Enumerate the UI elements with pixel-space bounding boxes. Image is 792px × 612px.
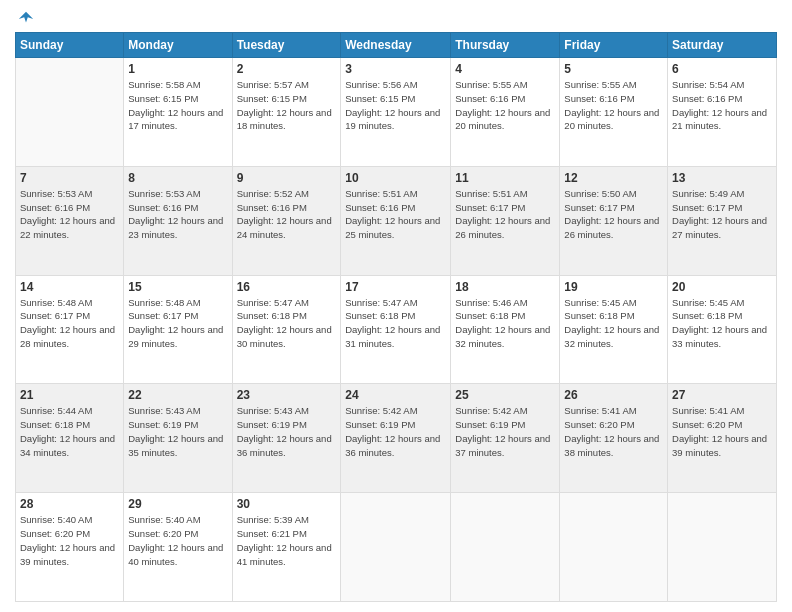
day-info: Sunrise: 5:51 AMSunset: 6:16 PMDaylight:… [345, 188, 440, 240]
day-info: Sunrise: 5:43 AMSunset: 6:19 PMDaylight:… [237, 405, 332, 457]
table-row: 30 Sunrise: 5:39 AMSunset: 6:21 PMDaylig… [232, 493, 341, 602]
col-thursday: Thursday [451, 33, 560, 58]
table-row: 2 Sunrise: 5:57 AMSunset: 6:15 PMDayligh… [232, 58, 341, 167]
day-info: Sunrise: 5:45 AMSunset: 6:18 PMDaylight:… [672, 297, 767, 349]
table-row: 15 Sunrise: 5:48 AMSunset: 6:17 PMDaylig… [124, 275, 232, 384]
day-info: Sunrise: 5:41 AMSunset: 6:20 PMDaylight:… [672, 405, 767, 457]
header [15, 10, 777, 24]
day-info: Sunrise: 5:43 AMSunset: 6:19 PMDaylight:… [128, 405, 223, 457]
col-wednesday: Wednesday [341, 33, 451, 58]
day-number: 7 [20, 171, 119, 185]
calendar-week-row: 14 Sunrise: 5:48 AMSunset: 6:17 PMDaylig… [16, 275, 777, 384]
day-info: Sunrise: 5:50 AMSunset: 6:17 PMDaylight:… [564, 188, 659, 240]
day-number: 12 [564, 171, 663, 185]
logo [15, 10, 35, 24]
day-info: Sunrise: 5:58 AMSunset: 6:15 PMDaylight:… [128, 79, 223, 131]
calendar-week-row: 1 Sunrise: 5:58 AMSunset: 6:15 PMDayligh… [16, 58, 777, 167]
day-number: 3 [345, 62, 446, 76]
calendar-table: Sunday Monday Tuesday Wednesday Thursday… [15, 32, 777, 602]
col-saturday: Saturday [668, 33, 777, 58]
day-info: Sunrise: 5:40 AMSunset: 6:20 PMDaylight:… [20, 514, 115, 566]
day-number: 24 [345, 388, 446, 402]
table-row: 21 Sunrise: 5:44 AMSunset: 6:18 PMDaylig… [16, 384, 124, 493]
day-number: 4 [455, 62, 555, 76]
day-number: 20 [672, 280, 772, 294]
day-info: Sunrise: 5:53 AMSunset: 6:16 PMDaylight:… [128, 188, 223, 240]
table-row: 22 Sunrise: 5:43 AMSunset: 6:19 PMDaylig… [124, 384, 232, 493]
day-info: Sunrise: 5:44 AMSunset: 6:18 PMDaylight:… [20, 405, 115, 457]
day-info: Sunrise: 5:45 AMSunset: 6:18 PMDaylight:… [564, 297, 659, 349]
table-row: 4 Sunrise: 5:55 AMSunset: 6:16 PMDayligh… [451, 58, 560, 167]
day-number: 5 [564, 62, 663, 76]
table-row: 8 Sunrise: 5:53 AMSunset: 6:16 PMDayligh… [124, 166, 232, 275]
table-row [560, 493, 668, 602]
day-number: 14 [20, 280, 119, 294]
col-tuesday: Tuesday [232, 33, 341, 58]
calendar-week-row: 28 Sunrise: 5:40 AMSunset: 6:20 PMDaylig… [16, 493, 777, 602]
day-info: Sunrise: 5:54 AMSunset: 6:16 PMDaylight:… [672, 79, 767, 131]
table-row [668, 493, 777, 602]
svg-marker-0 [19, 12, 33, 23]
table-row: 10 Sunrise: 5:51 AMSunset: 6:16 PMDaylig… [341, 166, 451, 275]
table-row: 29 Sunrise: 5:40 AMSunset: 6:20 PMDaylig… [124, 493, 232, 602]
day-number: 8 [128, 171, 227, 185]
day-info: Sunrise: 5:48 AMSunset: 6:17 PMDaylight:… [20, 297, 115, 349]
table-row: 13 Sunrise: 5:49 AMSunset: 6:17 PMDaylig… [668, 166, 777, 275]
col-sunday: Sunday [16, 33, 124, 58]
day-info: Sunrise: 5:52 AMSunset: 6:16 PMDaylight:… [237, 188, 332, 240]
day-info: Sunrise: 5:55 AMSunset: 6:16 PMDaylight:… [455, 79, 550, 131]
day-number: 21 [20, 388, 119, 402]
table-row: 6 Sunrise: 5:54 AMSunset: 6:16 PMDayligh… [668, 58, 777, 167]
day-info: Sunrise: 5:55 AMSunset: 6:16 PMDaylight:… [564, 79, 659, 131]
day-number: 1 [128, 62, 227, 76]
day-info: Sunrise: 5:49 AMSunset: 6:17 PMDaylight:… [672, 188, 767, 240]
table-row: 25 Sunrise: 5:42 AMSunset: 6:19 PMDaylig… [451, 384, 560, 493]
day-info: Sunrise: 5:40 AMSunset: 6:20 PMDaylight:… [128, 514, 223, 566]
day-info: Sunrise: 5:47 AMSunset: 6:18 PMDaylight:… [237, 297, 332, 349]
col-monday: Monday [124, 33, 232, 58]
table-row: 12 Sunrise: 5:50 AMSunset: 6:17 PMDaylig… [560, 166, 668, 275]
table-row: 20 Sunrise: 5:45 AMSunset: 6:18 PMDaylig… [668, 275, 777, 384]
table-row: 3 Sunrise: 5:56 AMSunset: 6:15 PMDayligh… [341, 58, 451, 167]
table-row: 1 Sunrise: 5:58 AMSunset: 6:15 PMDayligh… [124, 58, 232, 167]
day-number: 25 [455, 388, 555, 402]
day-number: 27 [672, 388, 772, 402]
table-row: 5 Sunrise: 5:55 AMSunset: 6:16 PMDayligh… [560, 58, 668, 167]
table-row: 17 Sunrise: 5:47 AMSunset: 6:18 PMDaylig… [341, 275, 451, 384]
day-number: 19 [564, 280, 663, 294]
table-row: 7 Sunrise: 5:53 AMSunset: 6:16 PMDayligh… [16, 166, 124, 275]
day-number: 9 [237, 171, 337, 185]
day-number: 18 [455, 280, 555, 294]
day-info: Sunrise: 5:39 AMSunset: 6:21 PMDaylight:… [237, 514, 332, 566]
day-info: Sunrise: 5:48 AMSunset: 6:17 PMDaylight:… [128, 297, 223, 349]
day-number: 23 [237, 388, 337, 402]
day-info: Sunrise: 5:51 AMSunset: 6:17 PMDaylight:… [455, 188, 550, 240]
day-number: 30 [237, 497, 337, 511]
table-row: 16 Sunrise: 5:47 AMSunset: 6:18 PMDaylig… [232, 275, 341, 384]
day-info: Sunrise: 5:53 AMSunset: 6:16 PMDaylight:… [20, 188, 115, 240]
day-info: Sunrise: 5:42 AMSunset: 6:19 PMDaylight:… [345, 405, 440, 457]
day-info: Sunrise: 5:42 AMSunset: 6:19 PMDaylight:… [455, 405, 550, 457]
day-info: Sunrise: 5:56 AMSunset: 6:15 PMDaylight:… [345, 79, 440, 131]
table-row: 11 Sunrise: 5:51 AMSunset: 6:17 PMDaylig… [451, 166, 560, 275]
calendar-week-row: 21 Sunrise: 5:44 AMSunset: 6:18 PMDaylig… [16, 384, 777, 493]
day-number: 11 [455, 171, 555, 185]
calendar-header-row: Sunday Monday Tuesday Wednesday Thursday… [16, 33, 777, 58]
day-number: 6 [672, 62, 772, 76]
calendar-week-row: 7 Sunrise: 5:53 AMSunset: 6:16 PMDayligh… [16, 166, 777, 275]
table-row: 9 Sunrise: 5:52 AMSunset: 6:16 PMDayligh… [232, 166, 341, 275]
page: Sunday Monday Tuesday Wednesday Thursday… [0, 0, 792, 612]
table-row: 23 Sunrise: 5:43 AMSunset: 6:19 PMDaylig… [232, 384, 341, 493]
day-number: 10 [345, 171, 446, 185]
table-row: 24 Sunrise: 5:42 AMSunset: 6:19 PMDaylig… [341, 384, 451, 493]
day-info: Sunrise: 5:46 AMSunset: 6:18 PMDaylight:… [455, 297, 550, 349]
day-number: 26 [564, 388, 663, 402]
day-number: 28 [20, 497, 119, 511]
day-info: Sunrise: 5:47 AMSunset: 6:18 PMDaylight:… [345, 297, 440, 349]
table-row [451, 493, 560, 602]
day-number: 16 [237, 280, 337, 294]
table-row [16, 58, 124, 167]
table-row [341, 493, 451, 602]
day-number: 29 [128, 497, 227, 511]
day-number: 15 [128, 280, 227, 294]
